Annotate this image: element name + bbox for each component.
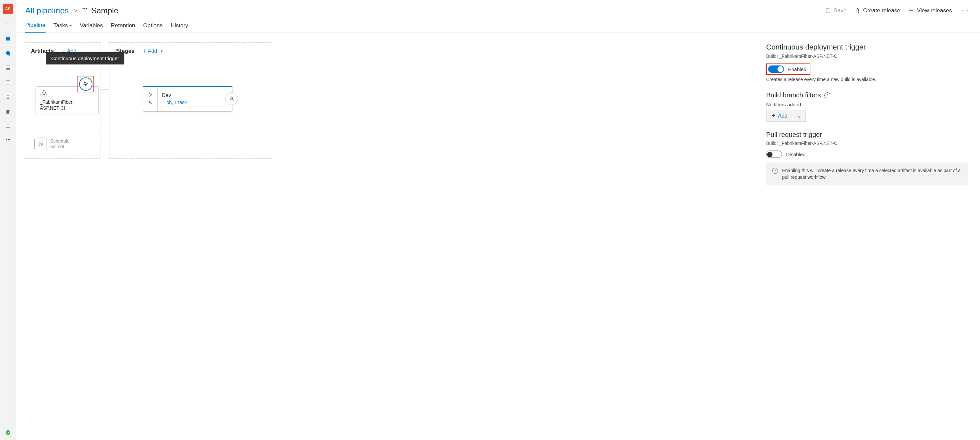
- svg-line-13: [10, 110, 10, 114]
- chevron-down-icon: ⌄: [797, 113, 802, 119]
- svg-rect-17: [8, 139, 9, 140]
- tab-retention[interactable]: Retention: [111, 22, 135, 33]
- pr-build-line: Build: _FabrikamFiber-ASP.NET-CI: [766, 141, 968, 146]
- pr-hint-text: Enabling this will create a release ever…: [782, 167, 962, 181]
- svg-rect-18: [9, 139, 10, 140]
- user-avatar[interactable]: AS: [3, 4, 13, 14]
- pr-hint-box: i Enabling this will create a release ev…: [766, 162, 968, 186]
- view-releases-button[interactable]: View releases: [908, 7, 952, 14]
- clock-icon: [34, 138, 47, 150]
- stage-postdeploy-conditions[interactable]: [226, 92, 238, 105]
- top-actions: Save Create release View releases ···: [825, 6, 971, 15]
- highlight-box: [78, 76, 94, 92]
- schedule-block[interactable]: Schedule not set: [34, 138, 70, 150]
- artifacts-nav-icon[interactable]: [0, 75, 16, 90]
- info-icon[interactable]: i: [824, 92, 830, 98]
- more-menu-button[interactable]: ···: [960, 6, 971, 15]
- pr-build-prefix: Build:: [766, 141, 779, 146]
- svg-rect-33: [42, 94, 43, 95]
- main: All pipelines > Sample Save Create relea…: [16, 0, 980, 440]
- cd-trigger-heading: Continuous deployment trigger: [766, 43, 968, 51]
- tabs: Pipeline Tasks▾ Variables Retention Opti…: [16, 18, 980, 33]
- pipeline-type-icon: [82, 7, 88, 14]
- branch-filters-heading: Build branch filters: [766, 91, 821, 99]
- person-icon: [229, 96, 235, 102]
- tab-tasks[interactable]: Tasks▾: [54, 22, 72, 33]
- cd-enabled-toggle[interactable]: [768, 65, 784, 73]
- topbar: All pipelines > Sample Save Create relea…: [16, 0, 980, 18]
- svg-rect-14: [6, 125, 10, 128]
- cd-build-prefix: Build:: [766, 54, 779, 59]
- svg-line-23: [857, 12, 857, 13]
- add-label: Add: [148, 48, 157, 54]
- breadcrumb: All pipelines > Sample: [25, 6, 118, 15]
- svg-rect-20: [84, 8, 86, 9]
- status-shield-icon[interactable]: [0, 426, 16, 440]
- add-filter-button[interactable]: +Add: [767, 110, 793, 121]
- lightning-icon: [148, 92, 153, 97]
- svg-rect-6: [6, 81, 10, 84]
- rocket-icon[interactable]: [0, 90, 16, 104]
- side-panel: Continuous deployment trigger Build: _Fa…: [754, 33, 980, 440]
- cd-build-line: Build: _FabrikamFiber-ASP.NET-CI: [766, 54, 968, 59]
- add-label: Add: [778, 113, 788, 119]
- tab-history[interactable]: History: [170, 22, 188, 33]
- test-plans-icon[interactable]: [0, 119, 16, 133]
- svg-rect-16: [6, 139, 7, 140]
- schedule-line2: not set: [50, 144, 70, 149]
- save-button: Save: [825, 7, 846, 14]
- cd-trigger-tooltip: Continuous deployment trigger: [46, 52, 124, 65]
- add-item-button[interactable]: [0, 17, 16, 31]
- tab-pipeline[interactable]: Pipeline: [25, 22, 46, 33]
- pr-enabled-toggle[interactable]: [766, 151, 782, 158]
- schedule-text: Schedule not set: [50, 138, 70, 149]
- plus-icon: +: [772, 112, 775, 119]
- repos-icon[interactable]: [0, 60, 16, 75]
- svg-rect-21: [86, 8, 87, 9]
- add-stage-button[interactable]: +Add▾: [143, 48, 162, 54]
- stages-panel: Stages +Add▾ Dev 1 job, 1 task: [109, 42, 272, 159]
- view-releases-label: View releases: [917, 7, 952, 14]
- tab-options[interactable]: Options: [143, 22, 162, 33]
- pipelines-icon[interactable]: [0, 46, 16, 60]
- save-label: Save: [834, 7, 846, 14]
- svg-rect-34: [44, 94, 45, 95]
- cd-trigger-button[interactable]: [79, 78, 92, 91]
- cd-build-name: _FabrikamFiber-ASP.NET-CI: [779, 54, 839, 59]
- library-icon[interactable]: [0, 104, 16, 119]
- pr-trigger-heading: Pull request trigger: [766, 131, 968, 138]
- cd-enabled-label: Enabled: [788, 67, 807, 72]
- stage-status-bar: [143, 86, 232, 87]
- plus-icon: +: [143, 48, 146, 54]
- highlight-box: Enabled: [766, 64, 810, 75]
- svg-point-3: [6, 51, 7, 52]
- tab-variables[interactable]: Variables: [80, 22, 103, 33]
- chevron-down-icon: ▾: [161, 49, 162, 54]
- left-rail: AS: [0, 0, 16, 440]
- deployment-groups-icon[interactable]: [0, 133, 16, 148]
- breadcrumb-parent-link[interactable]: All pipelines: [25, 6, 69, 15]
- no-filters-text: No filters added.: [766, 102, 968, 107]
- create-release-button[interactable]: Create release: [854, 7, 900, 14]
- svg-rect-4: [6, 66, 10, 68]
- stage-name: Dev: [162, 92, 187, 98]
- schedule-line1: Schedule: [50, 138, 70, 144]
- cd-description: Creates a release every time a new build…: [766, 77, 968, 82]
- tab-tasks-label: Tasks: [54, 22, 68, 29]
- add-filter-split-button: +Add ⌄: [766, 110, 806, 122]
- breadcrumb-current: Sample: [91, 6, 118, 15]
- stage-card[interactable]: Dev 1 job, 1 task: [143, 86, 232, 112]
- stage-predeploy-conditions[interactable]: [143, 86, 158, 111]
- add-filter-dropdown[interactable]: ⌄: [793, 111, 805, 121]
- svg-line-9: [8, 98, 9, 99]
- artifact-name: _FabrikamFiber-ASP.NET-CI: [40, 99, 94, 111]
- person-icon: [148, 100, 153, 105]
- pr-build-name: _FabrikamFiber-ASP.NET-CI: [779, 141, 839, 146]
- pr-disabled-label: Disabled: [786, 151, 805, 157]
- svg-point-38: [149, 101, 151, 103]
- stage-job-link[interactable]: 1 job, 1 task: [162, 100, 187, 105]
- svg-rect-19: [83, 8, 84, 9]
- boards-icon[interactable]: [0, 31, 16, 46]
- svg-line-37: [41, 144, 41, 145]
- content: Artifacts +Add _FabrikamFiber-ASP.NET-CI: [16, 33, 980, 440]
